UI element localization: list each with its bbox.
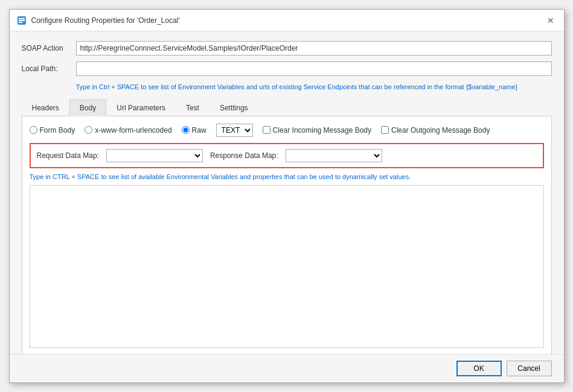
request-data-map-select[interactable] <box>106 149 203 162</box>
clear-outgoing-checkbox[interactable] <box>381 126 389 134</box>
title-bar-left: Configure Routing Properties for 'Order_… <box>17 16 180 25</box>
clear-incoming-label: Clear Incoming Message Body <box>273 126 371 134</box>
dialog-window: Configure Routing Properties for 'Order_… <box>9 9 565 383</box>
soap-action-row: SOAP Action <box>22 41 552 55</box>
clear-outgoing-option[interactable]: Clear Outgoing Message Body <box>381 126 490 134</box>
form-body-option[interactable]: Form Body <box>30 126 75 134</box>
local-path-row: Local Path: <box>22 62 552 76</box>
soap-action-input[interactable] <box>76 41 552 55</box>
svg-rect-1 <box>19 18 25 19</box>
tab-settings[interactable]: Setttings <box>210 100 258 116</box>
ok-button[interactable]: OK <box>456 361 502 376</box>
x-www-label: x-www-form-urlencoded <box>95 126 171 134</box>
dialog-footer: OK Cancel <box>10 354 564 382</box>
message-body-textarea[interactable] <box>30 185 544 348</box>
request-data-map-label: Request Data Map: <box>37 151 99 160</box>
hint-text-1: Type in Ctrl + SPACE to see list of Envi… <box>76 82 552 92</box>
form-body-label: Form Body <box>40 126 75 134</box>
form-body-radio[interactable] <box>30 126 37 134</box>
body-options-row: Form Body x-www-form-urlencoded Raw TEXT… <box>30 124 544 137</box>
raw-option[interactable]: Raw <box>182 126 206 134</box>
dialog-content: SOAP Action Local Path: Type in Ctrl + S… <box>10 31 564 354</box>
svg-rect-3 <box>19 22 22 23</box>
dialog-title: Configure Routing Properties for 'Order_… <box>31 16 180 25</box>
x-www-radio[interactable] <box>85 126 92 134</box>
app-icon <box>17 16 27 25</box>
response-data-map-select[interactable] <box>286 149 382 162</box>
local-path-input[interactable] <box>76 62 552 76</box>
raw-radio[interactable] <box>182 126 190 134</box>
tab-bar: Headers Body Url Parameters Test Setttin… <box>22 100 552 116</box>
clear-incoming-option[interactable]: Clear Incoming Message Body <box>263 126 371 134</box>
cancel-button[interactable]: Cancel <box>507 361 552 376</box>
data-map-row: Request Data Map: Response Data Map: <box>30 143 544 168</box>
svg-rect-2 <box>19 20 25 21</box>
tab-url-parameters[interactable]: Url Parameters <box>106 100 176 116</box>
tab-test[interactable]: Test <box>176 100 210 116</box>
x-www-option[interactable]: x-www-form-urlencoded <box>85 126 171 134</box>
tab-content-body: Form Body x-www-form-urlencoded Raw TEXT… <box>22 116 552 355</box>
tab-body[interactable]: Body <box>69 100 106 116</box>
raw-label: Raw <box>192 126 206 134</box>
soap-action-label: SOAP Action <box>22 44 76 52</box>
title-bar: Configure Routing Properties for 'Order_… <box>10 10 564 31</box>
text-format-dropdown[interactable]: TEXT <box>216 124 253 137</box>
tab-headers[interactable]: Headers <box>22 100 69 116</box>
response-data-map-label: Response Data Map: <box>210 151 278 160</box>
clear-incoming-checkbox[interactable] <box>263 126 270 134</box>
close-button[interactable]: ✕ <box>545 14 557 27</box>
hint-text-2: Type in CTRL + SPACE to see list of avai… <box>30 173 544 180</box>
local-path-label: Local Path: <box>22 65 76 73</box>
clear-outgoing-label: Clear Outgoing Message Body <box>391 126 490 134</box>
